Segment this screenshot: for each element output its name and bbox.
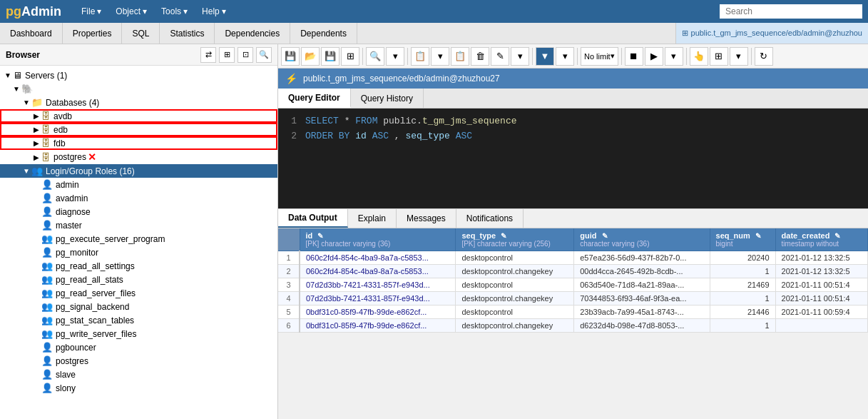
role-pgbouncer-icon: 👤 [41,342,53,353]
sidebar-refresh-icon[interactable]: ⇄ [200,47,216,63]
tree-role-pg-signal[interactable]: 👥 pg_signal_backend [0,300,277,313]
tree-role-postgres[interactable]: 👤 postgres [0,354,277,368]
tab-messages[interactable]: Messages [397,209,456,228]
main-layout: Browser ⇄ ⊞ ⊡ 🔍 ▼ 🖥 Servers (1) ▼ 🐘 [0,44,868,419]
toolbar-limit-dropdown[interactable]: No limit ▾ [581,47,618,66]
search-input[interactable] [720,4,862,19]
toolbar-delete-btn[interactable]: 🗑 [471,47,489,66]
toolbar-filter-btn[interactable]: ▼ [536,47,554,66]
query-editor-area[interactable]: 1 SELECT * FROM public.t_gm_jms_sequence… [278,108,868,208]
menu-object[interactable]: Object ▾ [110,4,153,19]
tab-dependencies[interactable]: Dependencies [215,23,290,44]
tree-role-pgbouncer[interactable]: 👤 pgbouncer [0,340,277,354]
col-header-seq-type[interactable]: seq_type ✎ [PK] character varying (256) [456,228,574,251]
toolbar-edit-btn[interactable]: ✎ [491,47,509,66]
sidebar-filter-icon[interactable]: ⊡ [238,47,253,63]
server-icon: 🐘 [21,84,33,94]
toolbar-search-dd-btn[interactable]: ▾ [386,47,404,66]
tab-notifications[interactable]: Notifications [456,209,524,228]
tree-role-pg-read-stats[interactable]: 👥 pg_read_all_stats [0,273,277,286]
tab-sql[interactable]: SQL [122,23,160,44]
tree-db-edb[interactable]: ▶ 🗄 edb [0,123,277,136]
tab-properties[interactable]: Properties [63,23,123,44]
tree-roles[interactable]: ▼ 👥 Login/Group Roles (16) [0,164,277,178]
tree-role-diagnose[interactable]: 👤 diagnose [0,205,277,218]
col-guid-edit-icon[interactable]: ✎ [602,232,608,240]
tab-statistics[interactable]: Statistics [160,23,215,44]
toolbar-stop-btn[interactable]: ⏹ [625,47,643,66]
tree-role-avadmin[interactable]: 👤 avadmin [0,191,277,205]
db-avdb-icon: 🗄 [41,111,51,121]
toolbar-more-btn[interactable]: ▾ [730,47,748,66]
toolbar-grid-btn[interactable]: ⊞ [710,47,728,66]
toolbar-copy-btn[interactable]: 📋 [411,47,429,66]
tree-role-pg-monitor[interactable]: 👤 pg_monitor [0,246,277,259]
tree-role-pg-execute[interactable]: 👥 pg_execute_server_program [0,232,277,246]
tree-databases[interactable]: ▼ 📁 Databases (4) [0,96,277,109]
toolbar-savefile-btn[interactable]: 💾 [321,47,339,66]
row-date-cell: 2021-01-11 00:51:4 [775,292,867,306]
query-line-2: 2 ORDER BY id ASC , seq_type ASC [284,129,862,144]
connection-bar: ⚡ public.t_gm_jms_sequence/edb/admin@zhu… [278,69,868,89]
col-date-edit-icon[interactable]: ✎ [834,232,840,240]
toolbar-open-btn[interactable]: 📂 [301,47,320,66]
tree-db-fdb[interactable]: ▶ 🗄 fdb [0,136,277,150]
tree-server-instance[interactable]: ▼ 🐘 [0,82,277,96]
sidebar-grid-icon[interactable]: ⊞ [219,47,235,63]
tree-role-slave[interactable]: 👤 slave [0,368,277,381]
tab-dependents[interactable]: Dependents [290,23,357,44]
col-header-seq-num[interactable]: seq_num ✎ bigint [710,228,775,251]
tree-db-avdb[interactable]: ▶ 🗄 avdb [0,109,277,123]
sidebar-search-icon[interactable]: 🔍 [256,47,272,63]
toolbar-refresh-btn[interactable]: ↻ [755,47,773,66]
toolbar-save-btn[interactable]: 💾 [281,47,300,66]
result-tabs: Data Output Explain Messages Notificatio… [278,208,868,228]
col-header-date-created[interactable]: date_created ✎ timestamp without [775,228,867,251]
tree-role-slony[interactable]: 👤 slony [0,381,277,395]
col-header-guid[interactable]: guid ✎ character varying (36) [574,228,710,251]
col-id-edit-icon[interactable]: ✎ [317,232,323,240]
menu-tools[interactable]: Tools ▾ [155,4,193,19]
tree-role-master[interactable]: 👤 master [0,218,277,232]
tree-role-pg-read-files[interactable]: 👥 pg_read_server_files [0,286,277,300]
data-table-wrapper[interactable]: id ✎ [PK] character varying (36) seq_typ… [278,228,868,419]
sidebar: Browser ⇄ ⊞ ⊡ 🔍 ▼ 🖥 Servers (1) ▼ 🐘 [0,44,278,419]
tree-role-admin[interactable]: 👤 admin [0,178,277,191]
tab-query-history[interactable]: Query History [351,89,424,108]
toolbar-run-dd-btn[interactable]: ▾ [665,47,683,66]
toolbar-sep1 [362,48,363,65]
tree-db-postgres[interactable]: ▶ 🗄 postgres ✕ [0,150,277,164]
menu-help[interactable]: Help ▾ [196,4,232,19]
table-row[interactable]: 3 07d2d3bb-7421-4331-857f-e943d... deskt… [278,278,868,292]
toolbar-search-btn[interactable]: 🔍 [366,47,384,66]
nav-tabs-row: Dashboard Properties SQL Statistics Depe… [0,23,868,44]
menu-file[interactable]: File ▾ [76,4,107,19]
tab-query-editor[interactable]: Query Editor [278,89,351,108]
row-seq-num-cell: 21469 [710,278,775,292]
toolbar-run-btn[interactable]: ▶ [645,47,663,66]
row-guid-cell: e57ea236-56d9-437f-82b7-0... [574,251,710,265]
toolbar-paste-btn[interactable]: 📋 [451,47,469,66]
toolbar-filter-dd-btn[interactable]: ▾ [556,47,574,66]
tab-explain[interactable]: Explain [348,209,397,228]
row-seq-type-cell: desktopcontrol.changekey [456,319,574,333]
tree-role-pg-write-files[interactable]: 👥 pg_write_server_files [0,327,277,340]
table-row[interactable]: 2 060c2fd4-854c-4ba9-8a7a-c5853... deskt… [278,265,868,278]
table-row[interactable]: 6 0bdf31c0-85f9-47fb-99de-e862cf... desk… [278,319,868,333]
toolbar-hand-btn[interactable]: 👆 [690,47,708,66]
role-pg-read-files-icon: 👥 [41,288,53,298]
tree-role-pg-read-settings[interactable]: 👥 pg_read_all_settings [0,259,277,273]
table-row[interactable]: 5 0bdf31c0-85f9-47fb-99de-e862cf... desk… [278,306,868,319]
tab-dashboard[interactable]: Dashboard [0,23,63,44]
toolbar-copy-dd-btn[interactable]: ▾ [431,47,449,66]
col-header-id[interactable]: id ✎ [PK] character varying (36) [300,228,456,251]
table-row[interactable]: 4 07d2d3bb-7421-4331-857f-e943d... deskt… [278,292,868,306]
tree-role-pg-stat-scan[interactable]: 👥 pg_stat_scan_tables [0,313,277,327]
col-seq-type-edit-icon[interactable]: ✎ [501,232,506,240]
toolbar-edit-dd-btn[interactable]: ▾ [511,47,529,66]
table-row[interactable]: 1 060c2fd4-854c-4ba9-8a7a-c5853... deskt… [278,251,868,265]
toolbar-table-btn[interactable]: ⊞ [341,47,359,66]
tree-servers[interactable]: ▼ 🖥 Servers (1) [0,69,277,82]
col-seq-num-edit-icon[interactable]: ✎ [755,232,761,240]
tab-data-output[interactable]: Data Output [278,209,348,228]
